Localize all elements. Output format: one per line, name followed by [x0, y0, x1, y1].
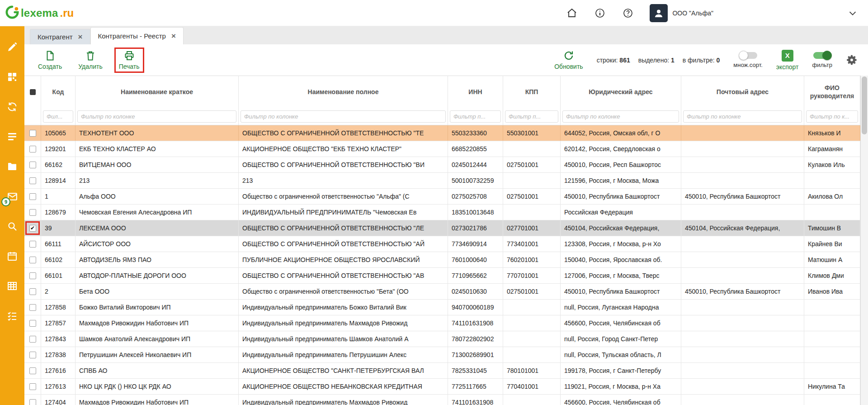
- table-row[interactable]: 129201ЕКБ ТЕХНО КЛАСТЕР АОАКЦИОНЕРНОЕ ОБ…: [24, 141, 860, 157]
- row-checkbox[interactable]: [24, 125, 41, 141]
- table-row[interactable]: ✔39ЛЕКСЕМА ООООБЩЕСТВО С ОГРАНИЧЕННОЙ ОТ…: [24, 220, 860, 236]
- filter-input-full-name[interactable]: [241, 110, 446, 123]
- multisort-toggle[interactable]: множ.сорт.: [733, 52, 762, 68]
- filter-input-short-name[interactable]: [77, 110, 236, 123]
- row-checkbox[interactable]: [24, 363, 41, 378]
- chevron-down-icon[interactable]: [846, 7, 859, 19]
- help-icon[interactable]: [622, 7, 634, 19]
- table-row[interactable]: 127838Петрушишин Алексей Николаевич ИПИн…: [24, 347, 860, 363]
- folder-icon[interactable]: [6, 160, 19, 173]
- table-row[interactable]: 128914213213500100732259121596, Россия, …: [24, 173, 860, 189]
- row-checkbox[interactable]: [24, 395, 41, 405]
- filter-input-fio[interactable]: [806, 110, 858, 123]
- row-checkbox[interactable]: [24, 252, 41, 267]
- row-checkbox[interactable]: [24, 268, 41, 283]
- row-checkbox[interactable]: [24, 236, 41, 252]
- column-header-fio[interactable]: ФИО руководителя: [804, 76, 860, 108]
- cell-postal-address: [681, 363, 804, 378]
- delete-button[interactable]: Удалить: [78, 50, 102, 70]
- row-checkbox[interactable]: [24, 331, 41, 347]
- filter-input-kpp[interactable]: [505, 110, 558, 123]
- cell-full-name: ИНДИВИДУАЛЬНЫЙ ПРЕДПРИНИМАТЕЛЬ "Чемовска…: [239, 205, 448, 220]
- refresh-button[interactable]: Обновить: [554, 50, 583, 70]
- print-button[interactable]: Печать: [119, 50, 140, 70]
- cell-postal-address: 450010, Республика Башкортост: [681, 189, 804, 204]
- cell-legal-address: 150040, Россия, Ярославская об.: [561, 252, 681, 267]
- row-checkbox[interactable]: ✔: [24, 220, 41, 236]
- filter-input-postal-address[interactable]: [683, 110, 802, 123]
- row-checkbox[interactable]: [24, 173, 41, 188]
- table-row[interactable]: 127843Шамков Анатолий Александрович ИПИн…: [24, 331, 860, 347]
- table-row[interactable]: 105065ТЕХНОТЕНТ ООООБЩЕСТВО С ОГРАНИЧЕНН…: [24, 125, 860, 141]
- filter-input-code[interactable]: [43, 110, 73, 123]
- row-checkbox[interactable]: [24, 300, 41, 315]
- column-header-short-name[interactable]: Наименование краткое: [75, 76, 239, 108]
- cell-postal-address: [681, 252, 804, 267]
- mail-icon[interactable]: 9: [6, 190, 19, 203]
- table-area: Код Наименование краткое Наименование по…: [24, 76, 868, 405]
- create-button[interactable]: Создать: [38, 50, 62, 70]
- list-icon[interactable]: [6, 130, 19, 143]
- user-avatar[interactable]: [650, 4, 668, 22]
- home-icon[interactable]: [566, 7, 578, 19]
- column-header-full-name[interactable]: Наименование полное: [239, 76, 448, 108]
- filter-input-inn[interactable]: [450, 110, 501, 123]
- calendar-icon[interactable]: [6, 250, 19, 262]
- column-header-postal-address[interactable]: Почтовый адрес: [681, 76, 804, 108]
- cell-kpp: [503, 315, 561, 331]
- table-row[interactable]: 127613НКО ЦК РДК () НКО ЦК РДК АОАКЦИОНЕ…: [24, 379, 860, 395]
- filter-input-legal-address[interactable]: [562, 110, 679, 123]
- cell-postal-address: [681, 268, 804, 283]
- export-button[interactable]: X экспорт: [776, 50, 799, 71]
- cell-kpp: 550301001: [503, 125, 561, 141]
- table-row[interactable]: 127858Божко Виталий Викторович ИПИндивид…: [24, 300, 860, 315]
- search-icon[interactable]: [6, 220, 19, 233]
- table-row[interactable]: 2Бета ООООбщество с ограниченной ответст…: [24, 284, 860, 300]
- table-row[interactable]: 128679Чемовская Евгения Алесандровна ИПИ…: [24, 205, 860, 220]
- edit-icon[interactable]: [6, 41, 19, 53]
- table-icon[interactable]: [6, 280, 19, 292]
- table-row[interactable]: 127857Махмадов Ривожидин Наботович ИПИнд…: [24, 315, 860, 331]
- info-icon[interactable]: [594, 7, 606, 19]
- tab-kontragent[interactable]: Контрагент ×: [30, 29, 90, 44]
- column-header-kpp[interactable]: КПП: [503, 76, 561, 108]
- vertical-scrollbar[interactable]: [860, 76, 868, 405]
- toolbar: Создать Удалить Печать: [24, 44, 868, 76]
- filter-toggle[interactable]: фильтр: [812, 52, 832, 68]
- table-row[interactable]: 127616СПВБ АОАКЦИОНЕРНОЕ ОБЩЕСТВО "САНКТ…: [24, 363, 860, 379]
- tab-label: Контрагент: [38, 33, 73, 41]
- cell-inn: 7710965662: [448, 268, 503, 283]
- column-header-code[interactable]: Код: [41, 76, 75, 108]
- tasks-icon[interactable]: [6, 310, 19, 322]
- row-checkbox[interactable]: [24, 189, 41, 204]
- cell-inn: 940700060189: [448, 300, 503, 315]
- select-all-checkbox[interactable]: [24, 76, 41, 108]
- row-checkbox[interactable]: [24, 379, 41, 394]
- gear-icon[interactable]: [846, 54, 858, 66]
- table-row[interactable]: 66102АВТОДИЗЕЛЬ ЯМЗ ПАОПУБЛИЧНОЕ АКЦИОНЕ…: [24, 252, 860, 268]
- cell-legal-address: 121596, Россия, г Москва, Можа: [561, 173, 681, 188]
- multisort-switch[interactable]: [739, 52, 757, 59]
- tab-close-icon[interactable]: ×: [171, 32, 176, 40]
- row-checkbox[interactable]: [24, 205, 41, 220]
- scrollbar-thumb[interactable]: [862, 76, 867, 134]
- row-checkbox[interactable]: [24, 347, 41, 362]
- column-header-legal-address[interactable]: Юридический адрес: [561, 76, 681, 108]
- table-row[interactable]: 66111АЙСИСТОР ООООБЩЕСТВО С ОГРАНИЧЕННОЙ…: [24, 236, 860, 252]
- table-row[interactable]: 66101АВТОДОР-ПЛАТНЫЕ ДОРОГИ ООООБЩЕСТВО …: [24, 268, 860, 284]
- filter-switch[interactable]: [813, 52, 831, 59]
- sync-icon[interactable]: [6, 100, 19, 113]
- table-row[interactable]: 127404Махмадов Ривожидин Наботович ИПИнд…: [24, 395, 860, 405]
- tab-kontragenty-reestr[interactable]: Контрагенты - Реестр ×: [90, 27, 184, 44]
- tab-close-icon[interactable]: ×: [78, 33, 83, 41]
- row-checkbox[interactable]: [24, 157, 41, 172]
- cell-postal-address: [681, 331, 804, 347]
- table-row[interactable]: 66162ВИТЦЕМАН ООООБЩЕСТВО С ОГРАНИЧЕННОЙ…: [24, 157, 860, 173]
- table-row[interactable]: 1Альфа ООООбщество с ограниченной ответс…: [24, 189, 860, 205]
- row-checkbox[interactable]: [24, 141, 41, 157]
- row-checkbox[interactable]: [24, 284, 41, 299]
- modules-icon[interactable]: [6, 71, 19, 83]
- row-checkbox[interactable]: [24, 315, 41, 331]
- column-header-inn[interactable]: ИНН: [448, 76, 503, 108]
- logo[interactable]: lexema.ru: [0, 5, 74, 21]
